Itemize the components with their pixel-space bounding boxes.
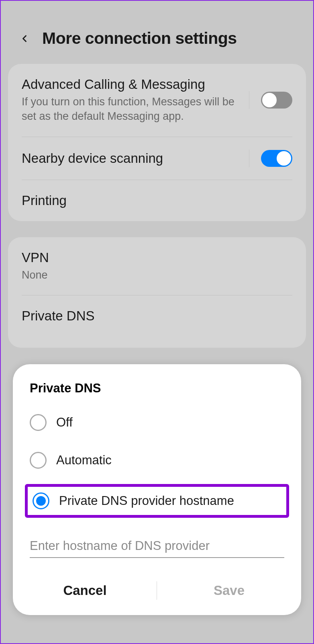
radio-icon [30,414,47,431]
dns-hostname-input[interactable] [30,535,284,558]
cancel-button[interactable]: Cancel [13,574,157,607]
option-label: Private DNS provider hostname [59,494,234,508]
radio-icon [30,452,47,469]
save-button[interactable]: Save [157,574,301,607]
option-hostname-highlighted[interactable]: Private DNS provider hostname [25,484,289,518]
option-automatic[interactable]: Automatic [13,441,301,479]
toggle-nearby-scanning[interactable] [261,150,292,167]
dialog-title: Private DNS [13,381,301,404]
private-dns-dialog: Private DNS Off Automatic Private DNS pr… [13,364,301,615]
option-label: Off [56,415,73,430]
radio-icon [33,492,49,509]
toggle-advanced-calling[interactable] [261,92,292,109]
option-off[interactable]: Off [13,404,301,441]
dialog-actions: Cancel Save [13,574,301,607]
option-label: Automatic [56,453,112,468]
